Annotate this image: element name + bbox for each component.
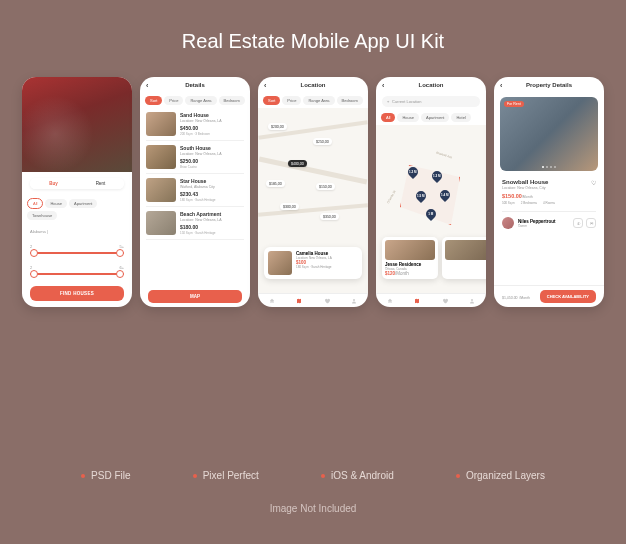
chip-hotel[interactable]: Hotel	[451, 113, 470, 122]
heart-icon[interactable]	[324, 298, 330, 304]
segment-rent[interactable]: Rent	[77, 178, 124, 189]
list-item[interactable]: Beach Apartment Location: New Orleans, L…	[146, 207, 244, 240]
card-unit: /Month	[395, 271, 409, 276]
back-icon[interactable]: ‹	[500, 82, 502, 89]
filter-pills: Sort Price Range Area Bedroom	[140, 93, 250, 108]
for-rent-badge: For Rent	[504, 101, 524, 107]
chip-all[interactable]: All	[27, 198, 43, 209]
item-location: Location: New Orleans, LA	[180, 119, 244, 123]
map-view[interactable]: $200,00 $250,00 $400,00 $185,00 $150,00 …	[258, 108, 368, 293]
map-icon[interactable]	[414, 298, 420, 304]
sort-button[interactable]: Sort	[145, 96, 162, 105]
home-icon[interactable]	[269, 298, 275, 304]
search-input[interactable]: ⌖ Current Location	[382, 96, 480, 107]
price-tag[interactable]: $250,00	[313, 138, 332, 145]
message-icon[interactable]: ✉	[586, 218, 596, 228]
header: ‹ Details	[140, 77, 250, 93]
map-icon[interactable]	[296, 298, 302, 304]
screen-search: Buy Rent All House Apartment Townhouse A…	[22, 77, 132, 307]
header-title: Details	[185, 82, 205, 88]
street-label: Orlando St	[386, 190, 397, 204]
thumbnail	[445, 240, 486, 260]
slider-rooms[interactable]: 26+	[22, 263, 132, 280]
hero-image[interactable]: For Rent	[500, 97, 598, 171]
chip-townhouse[interactable]: Townhouse	[27, 211, 57, 220]
find-houses-button[interactable]: FIND HOUSES	[30, 286, 124, 301]
price-tag[interactable]: $350,00	[320, 213, 339, 220]
price-tag[interactable]: $300,00	[280, 203, 299, 210]
header: ‹ Location	[258, 77, 368, 93]
segment-control[interactable]: Buy Rent	[30, 178, 124, 189]
slider-track[interactable]	[30, 273, 124, 275]
user-icon[interactable]	[469, 298, 475, 304]
thumbnail	[146, 145, 176, 169]
back-icon[interactable]: ‹	[146, 82, 148, 89]
item-location: Location: New Orleans, LA	[180, 218, 244, 222]
screen-map-polygon: ‹ Location ⌖ Current Location All House …	[376, 77, 486, 307]
property-card[interactable]	[442, 237, 486, 279]
back-icon[interactable]: ‹	[382, 82, 384, 89]
back-icon[interactable]: ‹	[264, 82, 266, 89]
heart-icon[interactable]	[442, 298, 448, 304]
home-icon[interactable]	[387, 298, 393, 304]
final-price: $1,450.00	[502, 296, 518, 300]
list-item[interactable]: South House Location: New Orleans, LA $2…	[146, 141, 244, 174]
call-icon[interactable]: ✆	[573, 218, 583, 228]
sort-button[interactable]: Sort	[263, 96, 280, 105]
screen-map-prices: ‹ Location Sort Price Range Area Bedroom…	[258, 77, 368, 307]
hero-image	[22, 77, 132, 172]
price-unit: /Month	[522, 195, 533, 199]
property-card[interactable]: Jesse Residence Ottawa, Canada $120/Mont…	[382, 237, 438, 279]
chip-house[interactable]: House	[397, 113, 419, 122]
property-price: $150.00	[502, 193, 522, 199]
filter-range[interactable]: Range Area	[303, 96, 334, 105]
price-tag[interactable]: $150,00	[316, 183, 335, 190]
price-tag[interactable]: $200,00	[268, 123, 287, 130]
map-preview-card[interactable]: Camelia House Location: New Orleans, LA …	[264, 247, 362, 279]
filter-bedroom[interactable]: Bedroom	[337, 96, 363, 105]
disclaimer: Image Not Included	[270, 503, 357, 514]
price-tag[interactable]: $185,00	[266, 180, 285, 187]
thumbnail	[146, 211, 176, 235]
favorite-icon[interactable]: ♡	[591, 179, 596, 186]
filter-bedroom[interactable]: Bedroom	[219, 96, 245, 105]
type-chips: All House Apartment Hotel	[376, 110, 486, 125]
thumbnail	[385, 240, 435, 260]
price-tag-active[interactable]: $400,00	[288, 160, 307, 167]
feature-item: PSD File	[81, 470, 130, 481]
user-icon[interactable]	[351, 298, 357, 304]
list-item[interactable]: Star House Watford, Alabama City $230.43…	[146, 174, 244, 207]
meta-area: 500 Sq.m	[502, 201, 515, 205]
item-price: $180.00	[180, 224, 244, 230]
tab-bar	[258, 293, 368, 307]
map-button[interactable]: MAP	[148, 290, 242, 303]
filter-range[interactable]: Range Area	[185, 96, 216, 105]
thumbnail	[146, 112, 176, 136]
slider-bedrooms[interactable]: 25+	[22, 242, 132, 259]
agent-role: Owner	[518, 224, 556, 228]
property-meta: 500 Sq.m 2 Bedrooms 4 Rooms	[502, 201, 596, 205]
map-view[interactable]: Bluebell Ave Orlando St 1.2 M 1.3 M 1.4 …	[376, 125, 486, 293]
screens-row: Buy Rent All House Apartment Townhouse A…	[22, 77, 604, 442]
location-field[interactable]: Alabama |	[22, 227, 132, 238]
header-title: Location	[301, 82, 326, 88]
chip-apartment[interactable]: Apartment	[421, 113, 449, 122]
tab-bar	[376, 293, 486, 307]
filter-price[interactable]: Price	[164, 96, 183, 105]
slider-track[interactable]	[30, 252, 124, 254]
check-availability-button[interactable]: CHECK AVAILABILITY	[540, 290, 596, 303]
chip-apartment[interactable]: Apartment	[69, 199, 97, 208]
segment-buy[interactable]: Buy	[30, 178, 77, 189]
chip-all[interactable]: All	[381, 113, 395, 122]
list-item[interactable]: Sand House Location: New Orleans, LA $45…	[146, 108, 244, 141]
feature-label: Pixel Perfect	[203, 470, 259, 481]
street-label: Bluebell Ave	[436, 151, 453, 160]
header-title: Property Details	[526, 82, 572, 88]
features-row: PSD File Pixel Perfect iOS & Android Org…	[20, 470, 606, 481]
item-meta: 200 Sq.m · 3 Bedroom	[180, 132, 244, 136]
chip-house[interactable]: House	[45, 199, 67, 208]
item-name: Beach Apartment	[180, 211, 244, 217]
item-name: South House	[180, 145, 244, 151]
screen-details-list: ‹ Details Sort Price Range Area Bedroom …	[140, 77, 250, 307]
filter-price[interactable]: Price	[282, 96, 301, 105]
